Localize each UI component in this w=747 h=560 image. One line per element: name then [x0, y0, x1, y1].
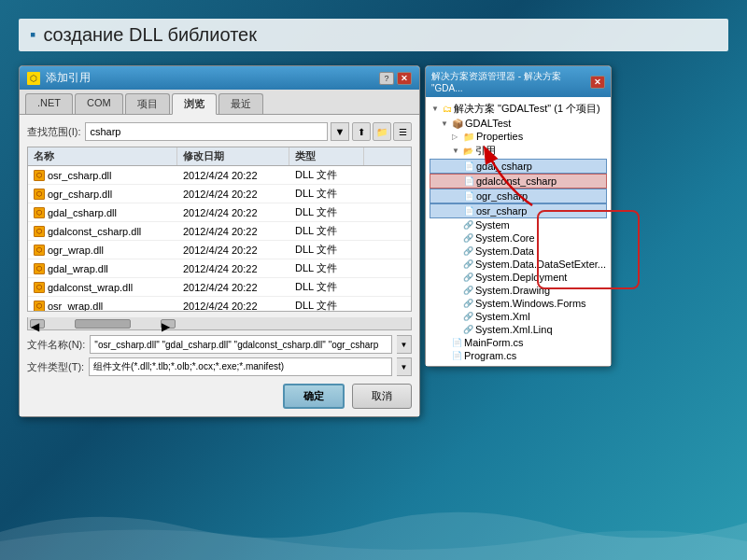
ref-ogr-icon: 📄	[464, 191, 474, 201]
page-title: создание DLL библиотек	[43, 24, 257, 46]
ref-system-xml[interactable]: 🔗 System.Xml	[430, 310, 607, 323]
add-reference-dialog: ⬡ 添加引用 ? ✕ .NET COM 项目 浏览 最近 查找	[19, 65, 420, 417]
mainform-file[interactable]: 📄 MainForm.cs	[430, 336, 607, 349]
references-folder[interactable]: ▼ 📂 引用	[430, 143, 607, 159]
ref-system-winforms[interactable]: 🔗 System.Windows.Forms	[430, 297, 607, 310]
ref-sysdraw-label: System.Drawing	[475, 285, 550, 296]
file-name: osr_csharp.dll	[48, 170, 111, 181]
filename-input[interactable]	[90, 335, 392, 354]
col-date: 修改日期	[177, 147, 289, 165]
file-row[interactable]: ⬡ gdalconst_wrap.dll 2012/4/24 20:22 DLL…	[28, 278, 411, 297]
file-type: DLL 文件	[295, 187, 337, 201]
file-name-cell: ⬡ ogr_csharp.dll	[28, 185, 177, 203]
file-type: DLL 文件	[295, 261, 337, 275]
solution-root[interactable]: ▼ 🗂 解决方案 "GDALTest" (1 个项目)	[430, 101, 607, 117]
project-item[interactable]: ▼ 📦 GDALTest	[430, 117, 607, 130]
properties-item[interactable]: ▷ 📁 Properties	[430, 130, 607, 143]
file-row[interactable]: ⬡ osr_csharp.dll 2012/4/24 20:22 DLL 文件	[28, 166, 411, 185]
file-row[interactable]: ⬡ ogr_csharp.dll 2012/4/24 20:22 DLL 文件	[28, 185, 411, 203]
tab-browse[interactable]: 浏览	[172, 93, 217, 115]
ref-system-drawing[interactable]: 🔗 System.Drawing	[430, 284, 607, 297]
tab-project[interactable]: 项目	[125, 93, 170, 114]
ref-gdalconst-csharp[interactable]: 📄 gdalconst_csharp	[430, 174, 607, 189]
filename-dropdown-button[interactable]: ▼	[397, 335, 412, 354]
navigate-up-button[interactable]: ⬆	[352, 122, 371, 141]
file-date: 2012/4/24 20:22	[183, 245, 258, 256]
ref-syscore-icon: 🔗	[463, 233, 473, 243]
file-row[interactable]: ⬡ gdalconst_csharp.dll 2012/4/24 20:22 D…	[28, 222, 411, 241]
filetype-dropdown-button[interactable]: ▼	[397, 357, 412, 376]
file-date: 2012/4/24 20:22	[183, 282, 258, 293]
file-date: 2012/4/24 20:22	[183, 263, 258, 274]
scroll-right-button[interactable]: ▶	[161, 319, 176, 329]
help-button[interactable]: ?	[379, 72, 394, 85]
cancel-button[interactable]: 取消	[352, 384, 412, 409]
file-type: DLL 文件	[295, 243, 337, 257]
tab-recent[interactable]: 最近	[218, 93, 263, 114]
ref-sysdeploy-icon: 🔗	[463, 273, 473, 282]
main-content: ▪ создание DLL библиотек ⬡ 添加引用 ? ✕ .NET…	[19, 19, 728, 541]
filetype-row: 文件类型(T): ▼	[27, 357, 412, 376]
dialog-icon: ⬡	[27, 72, 40, 85]
ref-system-data[interactable]: 🔗 System.Data	[430, 245, 607, 258]
file-list: ⬡ osr_csharp.dll 2012/4/24 20:22 DLL 文件 …	[28, 166, 411, 311]
file-icon: ⬡	[34, 189, 45, 200]
file-name: gdalconst_wrap.dll	[48, 282, 133, 293]
ref-system-core[interactable]: 🔗 System.Core	[430, 231, 607, 245]
tab-com[interactable]: COM	[75, 93, 123, 114]
file-date-cell: 2012/4/24 20:22	[177, 203, 289, 221]
file-name-cell: ⬡ gdal_wrap.dll	[28, 259, 177, 277]
ref-syscore-label: System.Core	[475, 232, 535, 244]
ref-ogr-csharp[interactable]: 📄 ogr_csharp	[430, 189, 607, 203]
file-type-cell: DLL 文件	[289, 278, 364, 296]
properties-expand-icon: ▷	[452, 133, 461, 141]
header-section: ▪ создание DLL библиотек	[19, 19, 728, 51]
file-name-cell: ⬡ osr_wrap.dll	[28, 297, 177, 311]
file-row[interactable]: ⬡ osr_wrap.dll 2012/4/24 20:22 DLL 文件	[28, 297, 411, 311]
file-name-cell: ⬡ gdalconst_csharp.dll	[28, 222, 177, 240]
ref-system-dataset-ext[interactable]: 🔗 System.Data.DataSetExter...	[430, 258, 607, 271]
file-type-cell: DLL 文件	[289, 185, 364, 203]
new-folder-button[interactable]: 📁	[373, 122, 391, 141]
file-type: DLL 文件	[295, 168, 337, 182]
file-name: osr_wrap.dll	[48, 301, 103, 312]
file-date-cell: 2012/4/24 20:22	[177, 241, 289, 259]
file-name-cell: ⬡ ogr_wrap.dll	[28, 241, 177, 259]
ref-osr-csharp[interactable]: 📄 osr_csharp	[430, 203, 607, 218]
tab-dotnet[interactable]: .NET	[25, 93, 73, 114]
search-dropdown-button[interactable]: ▼	[331, 122, 349, 141]
view-button[interactable]: ☰	[393, 122, 412, 141]
file-type-cell: DLL 文件	[289, 259, 364, 277]
ref-sysxmllinq-label: System.Xml.Linq	[475, 324, 553, 335]
file-date: 2012/4/24 20:22	[183, 189, 258, 200]
filetype-input[interactable]	[89, 357, 392, 376]
ref-gdal-csharp[interactable]: 📄 gdal_csharp	[430, 159, 607, 174]
ref-system-deployment[interactable]: 🔗 System.Deployment	[430, 271, 607, 284]
program-file[interactable]: 📄 Program.cs	[430, 349, 607, 362]
file-row[interactable]: ⬡ ogr_wrap.dll 2012/4/24 20:22 DLL 文件	[28, 241, 411, 259]
close-button[interactable]: ✕	[397, 72, 412, 85]
file-name: ogr_csharp.dll	[48, 189, 112, 200]
ok-button[interactable]: 确定	[283, 384, 345, 409]
file-date-cell: 2012/4/24 20:22	[177, 222, 289, 240]
file-type: DLL 文件	[295, 299, 337, 311]
search-icons: ⬆ 📁 ☰	[352, 122, 412, 141]
dialog-body: 查找范围(I): ▼ ⬆ 📁 ☰ 名称 修	[20, 115, 419, 416]
file-name: gdal_csharp.dll	[48, 207, 117, 218]
scroll-left-button[interactable]: ◀	[30, 319, 45, 329]
ref-syswinforms-label: System.Windows.Forms	[475, 298, 586, 309]
scroll-thumb[interactable]	[75, 319, 131, 329]
file-list-container: 名称 修改日期 类型 ⬡ osr_csharp.dll 2012/4/24 20…	[27, 147, 412, 312]
search-input[interactable]	[85, 122, 328, 141]
file-row[interactable]: ⬡ gdal_wrap.dll 2012/4/24 20:22 DLL 文件	[28, 259, 411, 278]
program-icon: 📄	[452, 351, 462, 360]
se-close-button[interactable]: ✕	[590, 76, 605, 89]
ref-system[interactable]: 🔗 System	[430, 218, 607, 231]
horizontal-scrollbar[interactable]: ◀ ▶	[27, 317, 412, 330]
file-date: 2012/4/24 20:22	[183, 301, 258, 312]
ref-system-xmllinq[interactable]: 🔗 System.Xml.Linq	[430, 323, 607, 336]
file-type: DLL 文件	[295, 280, 337, 294]
ref-sysxmllinq-icon: 🔗	[463, 325, 473, 334]
file-row[interactable]: ⬡ gdal_csharp.dll 2012/4/24 20:22 DLL 文件	[28, 203, 411, 222]
file-date: 2012/4/24 20:22	[183, 226, 258, 237]
